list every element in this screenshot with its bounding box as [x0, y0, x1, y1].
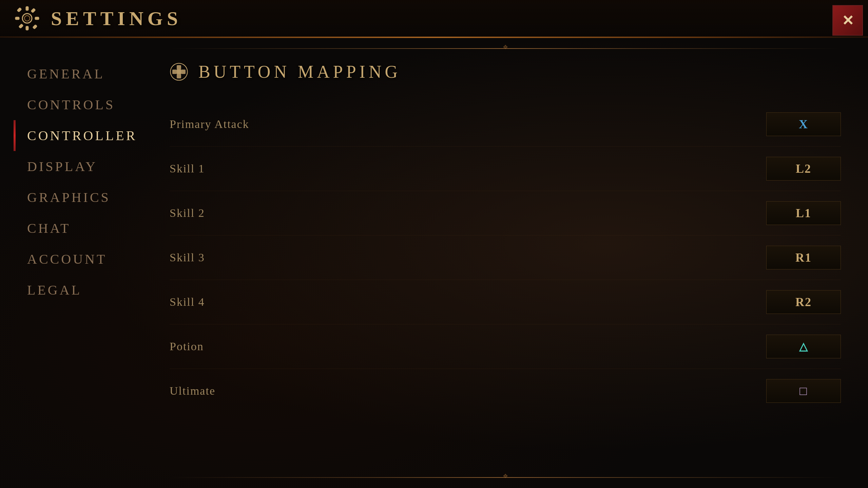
- mapping-button-ultimate[interactable]: □: [766, 379, 841, 403]
- mapping-button-potion[interactable]: △: [766, 335, 841, 358]
- svg-rect-4: [16, 17, 19, 19]
- mapping-label-primary-attack: Primary Attack: [170, 118, 249, 131]
- table-row: Primary Attack X: [170, 102, 841, 147]
- svg-rect-6: [31, 8, 35, 12]
- sidebar-item-graphics[interactable]: GRAPHICS: [20, 182, 142, 213]
- sidebar-item-chat[interactable]: CHAT: [20, 213, 142, 244]
- svg-rect-12: [177, 74, 181, 78]
- svg-rect-7: [19, 24, 23, 28]
- content-decoration-top: [170, 48, 841, 49]
- mapping-key-skill4: R2: [795, 295, 812, 309]
- mapping-label-skill2: Skill 2: [170, 207, 205, 220]
- mapping-label-skill4: Skill 4: [170, 296, 205, 308]
- mapping-button-primary-attack[interactable]: X: [766, 112, 841, 136]
- sidebar-item-legal[interactable]: LEGAL: [20, 275, 142, 305]
- mapping-key-skill3: R1: [795, 250, 812, 265]
- dpad-icon: [170, 62, 188, 81]
- mapping-key-skill1: L2: [796, 162, 811, 176]
- table-row: Skill 1 L2: [170, 147, 841, 191]
- table-row: Skill 2 L1: [170, 191, 841, 236]
- sidebar-item-general[interactable]: GENERAL: [20, 58, 142, 89]
- mapping-button-skill3[interactable]: R1: [766, 246, 841, 269]
- svg-rect-2: [26, 7, 28, 10]
- sidebar: GENERAL CONTROLS CONTROLLER DISPLAY GRAP…: [0, 38, 142, 488]
- svg-rect-9: [33, 25, 37, 29]
- close-button[interactable]: [832, 5, 863, 36]
- table-row: Potion △: [170, 324, 841, 369]
- table-row: Skill 4 R2: [170, 280, 841, 324]
- sidebar-item-controls[interactable]: CONTROLS: [20, 89, 142, 120]
- gear-icon: [14, 5, 41, 32]
- svg-point-0: [22, 14, 32, 23]
- content-decoration-bottom: [170, 477, 841, 478]
- settings-window: SETTINGS GENERAL CONTROLS CONTROLLER DIS…: [0, 0, 868, 488]
- mapping-button-skill1[interactable]: L2: [766, 157, 841, 181]
- svg-rect-3: [26, 26, 28, 30]
- content-area: BUTTON MAPPING Primary Attack X Skill 1 …: [142, 38, 868, 488]
- mapping-label-ultimate: Ultimate: [170, 384, 215, 397]
- svg-rect-14: [181, 70, 186, 74]
- mapping-key-ultimate: □: [799, 384, 808, 398]
- svg-rect-13: [172, 70, 177, 74]
- mapping-key-skill2: L1: [796, 206, 811, 220]
- mapping-label-skill3: Skill 3: [170, 251, 205, 264]
- svg-rect-11: [177, 65, 181, 70]
- section-title: BUTTON MAPPING: [198, 62, 401, 82]
- mapping-label-potion: Potion: [170, 340, 204, 353]
- main-content: GENERAL CONTROLS CONTROLLER DISPLAY GRAP…: [0, 38, 868, 488]
- mapping-button-skill2[interactable]: L1: [766, 201, 841, 225]
- settings-title: SETTINGS: [51, 7, 182, 30]
- sidebar-item-controller[interactable]: CONTROLLER: [20, 120, 142, 151]
- header: SETTINGS: [0, 0, 868, 37]
- mapping-button-skill4[interactable]: R2: [766, 290, 841, 314]
- table-row: Ultimate □: [170, 369, 841, 413]
- svg-rect-15: [177, 70, 181, 74]
- section-header: BUTTON MAPPING: [170, 62, 841, 82]
- mapping-list: Primary Attack X Skill 1 L2 Skill 2: [170, 102, 841, 413]
- mapping-key-primary-attack: X: [799, 117, 808, 131]
- svg-rect-8: [17, 8, 21, 12]
- sidebar-item-account[interactable]: ACCOUNT: [20, 244, 142, 275]
- svg-rect-5: [35, 17, 39, 19]
- table-row: Skill 3 R1: [170, 236, 841, 280]
- mapping-label-skill1: Skill 1: [170, 162, 205, 175]
- sidebar-item-display[interactable]: DISPLAY: [20, 151, 142, 182]
- mapping-key-potion: △: [799, 340, 808, 353]
